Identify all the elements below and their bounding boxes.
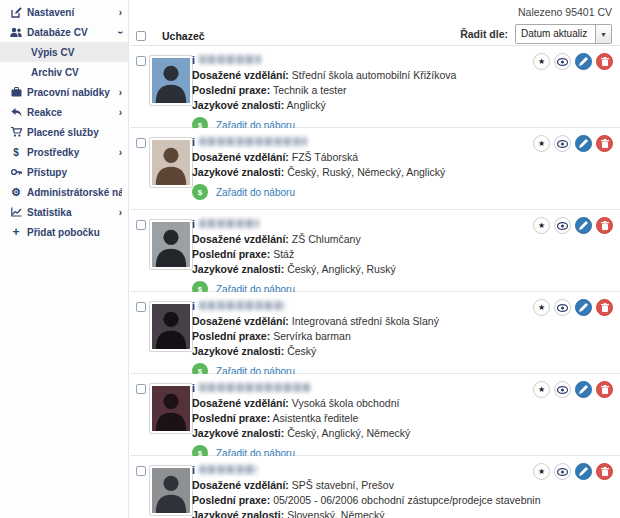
info-icon[interactable]: i bbox=[192, 464, 195, 476]
pencil-icon bbox=[579, 139, 588, 148]
trash-icon bbox=[601, 385, 609, 394]
education-line: Dosažené vzdělání: ZŠ Chlumčany bbox=[192, 233, 530, 246]
education-value: SPŠ stavební, Prešov bbox=[292, 479, 394, 491]
delete-button[interactable] bbox=[596, 463, 613, 480]
edit-button[interactable] bbox=[575, 463, 592, 480]
sidebar-item-prost-edky[interactable]: $ Prostředky › bbox=[0, 142, 128, 162]
sidebar-item-label: Reakce bbox=[27, 107, 117, 118]
row-checkbox[interactable] bbox=[136, 56, 146, 66]
candidate-photo[interactable] bbox=[149, 301, 193, 352]
candidate-photo[interactable] bbox=[149, 137, 193, 188]
preview-eye-button[interactable] bbox=[554, 53, 571, 70]
info-icon[interactable]: i bbox=[192, 382, 195, 394]
education-line: Dosažené vzdělání: Integrovaná střední š… bbox=[192, 315, 530, 328]
delete-button[interactable] bbox=[596, 135, 613, 152]
education-line: Dosažené vzdělání: FZŠ Táborská bbox=[192, 151, 530, 164]
chevron-right-icon: › bbox=[119, 87, 122, 98]
favorite-star-button[interactable]: ★ bbox=[533, 381, 550, 398]
trash-icon bbox=[601, 303, 609, 312]
pencil-icon bbox=[579, 221, 588, 230]
info-icon[interactable]: i bbox=[192, 136, 195, 148]
education-line: Dosažené vzdělání: SPŠ stavební, Prešov bbox=[192, 479, 530, 492]
edit-button[interactable] bbox=[575, 217, 592, 234]
row-checkbox[interactable] bbox=[136, 138, 146, 148]
sidebar-item-datab-ze-cv[interactable]: Databáze CV › bbox=[0, 22, 128, 42]
candidate-photo[interactable] bbox=[149, 55, 193, 106]
row-actions: ★ bbox=[533, 381, 613, 398]
edit-button[interactable] bbox=[575, 135, 592, 152]
sidebar-item-reakce[interactable]: Reakce › bbox=[0, 102, 128, 122]
star-icon: ★ bbox=[538, 385, 545, 394]
person-silhouette bbox=[152, 304, 190, 349]
sidebar-item-statistika[interactable]: Statistika › bbox=[0, 202, 128, 222]
star-icon: ★ bbox=[538, 303, 545, 312]
trash-icon bbox=[601, 467, 609, 476]
candidate-name-redacted[interactable] bbox=[199, 219, 259, 228]
edit-button[interactable] bbox=[575, 53, 592, 70]
pencil-icon bbox=[579, 467, 588, 476]
candidate-name-redacted[interactable] bbox=[199, 137, 307, 146]
delete-button[interactable] bbox=[596, 299, 613, 316]
briefcase-icon bbox=[9, 87, 23, 97]
edit-button[interactable] bbox=[575, 299, 592, 316]
preview-eye-button[interactable] bbox=[554, 381, 571, 398]
sidebar-item-administr-torsk-n-stroje[interactable]: ⚙ Administrátorské nástroje bbox=[0, 182, 128, 202]
candidate-name-redacted[interactable] bbox=[199, 301, 285, 310]
sidebar-item-p-stupy[interactable]: Přístupy bbox=[0, 162, 128, 182]
favorite-star-button[interactable]: ★ bbox=[533, 299, 550, 316]
favorite-star-button[interactable]: ★ bbox=[533, 135, 550, 152]
candidate-photo[interactable] bbox=[149, 383, 193, 434]
experience-label: Poslední praxe: bbox=[192, 248, 270, 260]
recruit-button[interactable]: $ Zařadit do náboru bbox=[192, 184, 530, 200]
sidebar-item-nastaven-[interactable]: Nastavení › bbox=[0, 2, 128, 22]
edit-button[interactable] bbox=[575, 381, 592, 398]
experience-line: Poslední praxe: 05/2005 - 06/2006 obchod… bbox=[192, 494, 530, 507]
select-all-checkbox[interactable] bbox=[136, 31, 146, 41]
preview-eye-button[interactable] bbox=[554, 463, 571, 480]
row-actions: ★ bbox=[533, 53, 613, 70]
eye-icon bbox=[557, 140, 568, 148]
favorite-star-button[interactable]: ★ bbox=[533, 217, 550, 234]
chevron-down-icon[interactable]: ▼ bbox=[595, 25, 611, 43]
sidebar-item-v-pis-cv[interactable]: Výpis CV bbox=[0, 42, 128, 62]
sort-select[interactable]: Datum aktualiz ▼ bbox=[515, 24, 612, 44]
preview-eye-button[interactable] bbox=[554, 217, 571, 234]
favorite-star-button[interactable]: ★ bbox=[533, 53, 550, 70]
row-checkbox[interactable] bbox=[136, 220, 146, 230]
delete-button[interactable] bbox=[596, 53, 613, 70]
list-header-label: Uchazeč bbox=[162, 30, 205, 42]
candidate-info: i Dosažené vzdělání: Vysoká škola obchod… bbox=[192, 381, 530, 461]
info-icon[interactable]: i bbox=[192, 54, 195, 66]
languages-value: Slovenský, Německý bbox=[287, 509, 384, 518]
favorite-star-button[interactable]: ★ bbox=[533, 463, 550, 480]
list-header: Uchazeč bbox=[130, 28, 205, 44]
experience-value: Technik a tester bbox=[273, 84, 347, 96]
candidate-name-redacted[interactable] bbox=[199, 383, 311, 392]
info-icon[interactable]: i bbox=[192, 300, 195, 312]
star-icon: ★ bbox=[538, 139, 545, 148]
candidate-name-redacted[interactable] bbox=[199, 55, 261, 64]
delete-button[interactable] bbox=[596, 381, 613, 398]
eye-icon bbox=[557, 58, 568, 66]
row-checkbox[interactable] bbox=[136, 384, 146, 394]
languages-value: Český, Ruský, Německý, Anglický bbox=[287, 166, 445, 178]
preview-eye-button[interactable] bbox=[554, 135, 571, 152]
sidebar-item-placen-slu-by[interactable]: Placené služby bbox=[0, 122, 128, 142]
sidebar-item-archiv-cv[interactable]: Archiv CV bbox=[0, 62, 128, 82]
person-silhouette bbox=[152, 386, 190, 431]
candidate-photo[interactable] bbox=[149, 219, 193, 270]
candidate-name-redacted[interactable] bbox=[199, 465, 257, 474]
education-label: Dosažené vzdělání: bbox=[192, 315, 289, 327]
eye-icon bbox=[557, 222, 568, 230]
preview-eye-button[interactable] bbox=[554, 299, 571, 316]
sidebar-item-pracovn-nab-dky[interactable]: Pracovní nabídky › bbox=[0, 82, 128, 102]
education-value: Střední škola automobilní Křižíkova bbox=[292, 69, 457, 81]
candidate-photo[interactable] bbox=[149, 465, 193, 516]
education-value: FZŠ Táborská bbox=[292, 151, 358, 163]
row-checkbox[interactable] bbox=[136, 302, 146, 312]
row-checkbox[interactable] bbox=[136, 466, 146, 476]
delete-button[interactable] bbox=[596, 217, 613, 234]
cv-list-panel: Nalezeno 95401 CV Řadit dle: Datum aktua… bbox=[130, 0, 620, 518]
info-icon[interactable]: i bbox=[192, 218, 195, 230]
sidebar-item-p-idat-pobo-ku[interactable]: + Přidat pobočku bbox=[0, 222, 128, 242]
